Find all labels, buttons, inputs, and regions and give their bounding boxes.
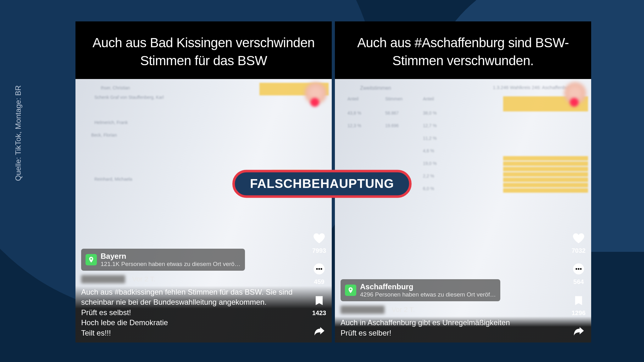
like-count: 7993 bbox=[312, 247, 326, 254]
location-icon bbox=[345, 285, 356, 296]
svg-point-1 bbox=[316, 268, 318, 270]
svg-point-5 bbox=[575, 268, 577, 270]
username-blurred[interactable] bbox=[81, 275, 125, 283]
falschbehauptung-badge: FALSCHBEHAUPTUNG bbox=[232, 170, 412, 198]
bookmark-icon bbox=[571, 293, 586, 308]
post-title: Auch aus #Aschaffenburg sind BSW-Stimmen… bbox=[335, 21, 591, 79]
overlay: Bayern 121.1K Personen haben etwas zu di… bbox=[75, 79, 332, 342]
heart-icon bbox=[312, 231, 327, 246]
timestamp: · Vor 2 T. bbox=[128, 275, 155, 283]
action-rail: 7993 459 1423 bbox=[312, 231, 327, 339]
action-rail: 7032 564 1296 bbox=[571, 231, 586, 339]
caption: Auch in Aschaffenburg gibt es Unregelmäß… bbox=[335, 316, 591, 342]
heart-icon bbox=[571, 231, 586, 246]
meta-row: · Vor 2 T. bbox=[341, 306, 591, 314]
like-button[interactable]: 7993 bbox=[312, 231, 327, 254]
bookmark-button[interactable]: 1423 bbox=[312, 293, 327, 317]
svg-point-3 bbox=[320, 268, 322, 270]
location-icon bbox=[86, 254, 97, 265]
comment-button[interactable]: 564 bbox=[571, 262, 586, 286]
svg-point-2 bbox=[318, 268, 320, 270]
comment-icon bbox=[571, 262, 586, 277]
comment-icon bbox=[312, 262, 327, 277]
meta-row: · Vor 2 T. bbox=[81, 275, 332, 283]
share-icon bbox=[571, 324, 586, 339]
like-button[interactable]: 7032 bbox=[571, 231, 586, 254]
comment-count: 459 bbox=[314, 278, 324, 286]
location-name: Bayern bbox=[101, 252, 241, 261]
location-sub: 121.1K Personen haben etwas zu diesem Or… bbox=[101, 261, 241, 268]
share-icon bbox=[312, 324, 327, 339]
timestamp: · Vor 2 T. bbox=[388, 306, 415, 314]
location-name: Aschaffenburg bbox=[360, 282, 496, 291]
bookmark-button[interactable]: 1296 bbox=[571, 293, 586, 317]
comment-button[interactable]: 459 bbox=[312, 262, 327, 286]
share-button[interactable] bbox=[571, 324, 586, 339]
like-count: 7032 bbox=[572, 247, 586, 254]
comment-count: 564 bbox=[573, 278, 584, 286]
post-title: Auch aus Bad Kissingen verschwinden Stim… bbox=[75, 21, 332, 79]
location-pill[interactable]: Aschaffenburg 4296 Personen haben etwas … bbox=[341, 279, 500, 301]
source-credit: Quelle: TikTok, Montage: BR bbox=[14, 85, 23, 181]
overlay: Aschaffenburg 4296 Personen haben etwas … bbox=[335, 79, 591, 342]
svg-point-6 bbox=[578, 268, 579, 270]
username-blurred[interactable] bbox=[341, 306, 385, 314]
post-video-frame[interactable]: Ihser, Christian Schenk Graf von Stauffe… bbox=[75, 79, 332, 342]
location-sub: 4296 Personen haben etwas zu diesem Ort … bbox=[360, 291, 496, 298]
svg-point-7 bbox=[580, 268, 581, 270]
location-pill[interactable]: Bayern 121.1K Personen haben etwas zu di… bbox=[81, 249, 245, 271]
share-button[interactable] bbox=[312, 324, 327, 339]
caption: Auch aus #badkissingen fehlen Stimmen fü… bbox=[75, 286, 332, 342]
bookmark-count: 1296 bbox=[572, 309, 586, 317]
post-video-frame[interactable]: Zweitstimmen Anteil Stimmen Anteil 43,8 … bbox=[335, 79, 591, 342]
bookmark-count: 1423 bbox=[312, 309, 326, 317]
bookmark-icon bbox=[312, 293, 327, 308]
